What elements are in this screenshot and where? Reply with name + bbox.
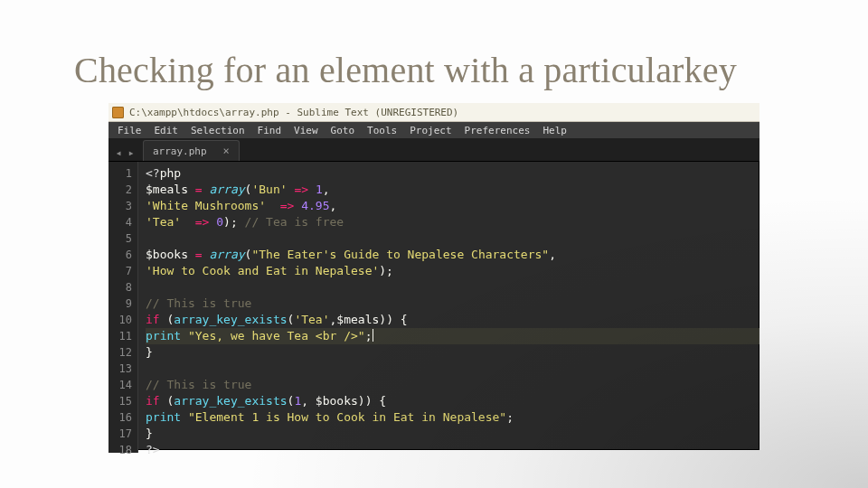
code-token: ); — [223, 215, 244, 229]
code-token: = — [195, 248, 203, 261]
code-line[interactable]: 'How to Cook and Eat in Nepalese'); — [146, 263, 760, 279]
code-token: , — [323, 183, 330, 196]
window-title-text: C:\xampp\htdocs\array.php - Sublime Text… — [129, 107, 458, 118]
menu-project[interactable]: Project — [410, 125, 451, 136]
menu-view[interactable]: View — [294, 125, 318, 136]
code-line[interactable] — [146, 230, 760, 247]
menu-edit[interactable]: Edit — [155, 125, 179, 136]
code-token: array_key_exists — [174, 313, 287, 326]
code-token: } — [146, 345, 153, 359]
tab-close-icon[interactable]: × — [223, 145, 230, 157]
code-token: "Element 1 is How to Cook in Eat in Nepa… — [188, 410, 506, 424]
tab-active[interactable]: array.php × — [143, 140, 240, 161]
code-token: array — [209, 183, 244, 196]
code-line[interactable]: // This is true — [146, 377, 760, 393]
code-token: 0 — [216, 215, 223, 229]
code-token — [266, 199, 280, 212]
line-number: 5 — [108, 230, 137, 247]
code-token: } — [146, 427, 153, 440]
line-number: 2 — [108, 182, 137, 198]
line-number: 14 — [108, 377, 137, 393]
code-token: print — [146, 410, 181, 424]
menu-file[interactable]: File — [118, 125, 142, 136]
code-token: 1 — [316, 183, 323, 196]
code-line[interactable]: <?php — [146, 165, 760, 182]
menu-bar: File Edit Selection Find View Goto Tools… — [108, 122, 760, 139]
line-number: 3 — [108, 198, 137, 214]
code-token: => — [280, 199, 295, 212]
code-token: // This is true — [146, 378, 251, 391]
line-number: 1 — [108, 165, 137, 182]
line-number: 13 — [108, 361, 137, 377]
code-line[interactable]: $meals = array('Bun' => 1, — [146, 182, 760, 198]
editor-window: C:\xampp\htdocs\array.php - Sublime Text… — [108, 103, 760, 450]
line-number: 16 — [108, 409, 137, 426]
code-token: 'Tea' — [146, 215, 181, 229]
code-token: // This is true — [146, 296, 251, 310]
code-token: 'Bun' — [251, 183, 287, 196]
code-token: , — [330, 199, 337, 212]
code-token: ; — [365, 329, 373, 343]
code-line[interactable]: // This is true — [146, 296, 760, 312]
tab-bar: ◂ ▸ array.php × — [108, 139, 760, 162]
code-token: array_key_exists — [174, 394, 287, 408]
code-token: ( — [160, 394, 175, 408]
code-line[interactable] — [146, 279, 760, 296]
menu-selection[interactable]: Selection — [191, 125, 245, 136]
code-token: if — [146, 313, 160, 326]
code-token — [181, 215, 195, 229]
sublime-logo-icon — [112, 107, 124, 118]
code-token: ); — [379, 264, 393, 277]
code-token: 'White Mushrooms' — [146, 199, 266, 212]
code-token: "Yes, we have Tea <br />" — [188, 329, 365, 343]
code-token: print — [146, 329, 181, 343]
code-token: $meals — [146, 183, 195, 196]
line-number: 18 — [108, 442, 137, 458]
code-token: 'Tea' — [294, 313, 329, 326]
code-token: , — [549, 248, 556, 261]
code-token — [308, 183, 316, 196]
code-token: $books — [146, 248, 195, 261]
code-token: = — [195, 183, 203, 196]
menu-goto[interactable]: Goto — [331, 125, 355, 136]
code-token: 'How to Cook and Eat in Nepalese' — [146, 264, 379, 277]
code-line[interactable]: } — [146, 344, 760, 361]
line-number: 7 — [108, 263, 137, 279]
menu-help[interactable]: Help — [542, 125, 567, 136]
code-line[interactable]: ?> — [146, 442, 760, 458]
code-line[interactable]: 'White Mushrooms' => 4.95, — [146, 198, 760, 214]
code-token: => — [294, 183, 308, 196]
line-number: 11 — [108, 328, 137, 344]
code-line[interactable]: $books = array("The Eater's Guide to Nep… — [146, 247, 760, 263]
tab-nav-left-icon[interactable]: ◂ — [112, 145, 125, 161]
code-line[interactable]: if (array_key_exists(1, $books)) { — [146, 393, 760, 409]
line-number: 10 — [108, 312, 137, 328]
menu-find[interactable]: Find — [258, 125, 282, 136]
window-titlebar: C:\xampp\htdocs\array.php - Sublime Text… — [108, 103, 760, 122]
code-lines[interactable]: <?php$meals = array('Bun' => 1,'White Mu… — [138, 162, 760, 453]
tab-nav-right-icon[interactable]: ▸ — [125, 145, 137, 161]
code-token: ( — [160, 313, 175, 326]
code-line[interactable]: } — [146, 426, 760, 442]
code-line[interactable]: print "Yes, we have Tea <br />"; — [146, 328, 760, 344]
line-number: 9 — [108, 296, 137, 312]
menu-tools[interactable]: Tools — [367, 125, 397, 136]
menu-preferences[interactable]: Preferences — [465, 125, 531, 136]
code-token: ; — [506, 410, 514, 424]
code-line[interactable]: if (array_key_exists('Tea',$meals)) { — [146, 312, 760, 328]
code-line[interactable] — [146, 361, 760, 377]
line-number: 12 — [108, 344, 137, 361]
code-token: if — [146, 394, 160, 408]
code-area[interactable]: 123456789101112131415161718 <?php$meals … — [108, 162, 760, 453]
code-token: // Tea is free — [245, 215, 344, 229]
line-number: 8 — [108, 279, 137, 296]
code-token — [181, 329, 188, 343]
code-token: php — [160, 166, 181, 180]
code-token: , $books)) { — [301, 394, 386, 408]
code-token: <? — [146, 166, 160, 180]
code-line[interactable]: print "Element 1 is How to Cook in Eat i… — [146, 409, 760, 426]
code-line[interactable]: 'Tea' => 0); // Tea is free — [146, 214, 760, 230]
code-token: ?> — [146, 443, 160, 456]
code-token — [181, 410, 188, 424]
line-number: 17 — [108, 426, 137, 442]
